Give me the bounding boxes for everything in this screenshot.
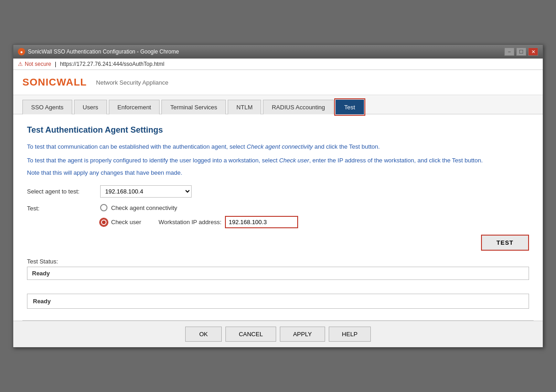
radio-row-check-user: Check user Workstation IP address: xyxy=(100,216,298,228)
radio-check-user-label: Check user xyxy=(111,219,141,226)
radio-check-user[interactable] xyxy=(100,219,107,226)
tab-sso-agents[interactable]: SSO Agents xyxy=(22,100,72,114)
tab-ntlm[interactable]: NTLM xyxy=(228,100,261,114)
footer: OK CANCEL APPLY HELP xyxy=(13,321,543,347)
help-button[interactable]: HELP xyxy=(329,327,371,342)
info-text-1: To test that communication can be establ… xyxy=(27,142,529,151)
test-button[interactable]: TEST xyxy=(481,235,529,251)
logo-text: SONICWALL xyxy=(22,76,87,88)
page-title: Test Authentication Agent Settings xyxy=(27,125,529,135)
check-agent-link[interactable]: Check agent connectivity xyxy=(247,143,313,150)
radio-dot xyxy=(102,220,106,224)
test-row: Test: Check agent connectivity Check use… xyxy=(27,204,529,228)
logo-subtitle: Network Security Appliance xyxy=(96,79,168,86)
app-header: SONICWALL Network Security Appliance xyxy=(13,70,543,95)
maximize-button[interactable]: ☐ xyxy=(516,48,526,56)
workstation-label: Workstation IP address: xyxy=(159,219,222,226)
not-secure-label: Not secure xyxy=(25,61,51,67)
test-btn-row: TEST xyxy=(27,235,529,251)
main-window: ● SonicWall SSO Authentication Configura… xyxy=(13,44,543,348)
tab-enforcement[interactable]: Enforcement xyxy=(109,100,160,114)
select-agent-label: Select agent to test: xyxy=(27,188,100,195)
titlebar-controls: − ☐ ✕ xyxy=(504,48,538,56)
note-text: Note that this will apply any changes th… xyxy=(27,169,529,176)
radio-row-check-agent: Check agent connectivity xyxy=(100,204,298,211)
separator: | xyxy=(55,61,56,67)
cancel-button[interactable]: CANCEL xyxy=(225,327,276,342)
tab-terminal-services[interactable]: Terminal Services xyxy=(161,100,226,114)
not-secure-indicator: ⚠ Not secure xyxy=(18,61,51,67)
ok-button[interactable]: OK xyxy=(185,327,222,342)
workstation-ip-input[interactable] xyxy=(225,216,298,228)
select-agent-row: Select agent to test: 192.168.100.4 xyxy=(27,185,529,198)
test-options: Check agent connectivity Check user Work… xyxy=(100,204,298,228)
status-label: Test Status: xyxy=(27,258,529,265)
tabs-bar: SSO Agents Users Enforcement Terminal Se… xyxy=(13,95,543,114)
tab-users[interactable]: Users xyxy=(74,100,107,114)
info-text-2: To test that the agent is properly confi… xyxy=(27,156,529,165)
titlebar-left: ● SonicWall SSO Authentication Configura… xyxy=(18,48,179,55)
warning-icon: ⚠ xyxy=(18,61,23,67)
ready-bar: Ready xyxy=(27,294,529,309)
test-label: Test: xyxy=(27,204,100,212)
logo: SONICWALL xyxy=(22,76,87,88)
page-body: Test Authentication Agent Settings To te… xyxy=(13,114,543,320)
minimize-button[interactable]: − xyxy=(504,48,514,56)
status-section: Test Status: Ready xyxy=(27,258,529,280)
check-user-link[interactable]: Check user xyxy=(279,157,309,164)
close-button[interactable]: ✕ xyxy=(528,48,538,56)
main-content: SONICWALL Network Security Appliance SSO… xyxy=(13,70,543,347)
titlebar: ● SonicWall SSO Authentication Configura… xyxy=(13,45,543,59)
apply-button[interactable]: APPLY xyxy=(280,327,325,342)
status-box: Ready xyxy=(27,267,529,280)
workstation-row: Workstation IP address: xyxy=(159,216,299,228)
browser-icon: ● xyxy=(18,48,25,55)
address-url[interactable]: https://172.27.76.241:444/ssoAuthTop.htm… xyxy=(60,61,164,67)
tab-test[interactable]: Test xyxy=(336,100,364,114)
select-agent-dropdown[interactable]: 192.168.100.4 xyxy=(100,185,192,198)
window-title: SonicWall SSO Authentication Configurati… xyxy=(28,48,179,55)
addressbar: ⚠ Not secure | https://172.27.76.241:444… xyxy=(13,59,543,70)
tab-radius-accounting[interactable]: RADIUS Accounting xyxy=(263,100,333,114)
radio-check-agent-label: Check agent connectivity xyxy=(111,204,177,211)
radio-check-agent[interactable] xyxy=(100,204,107,211)
